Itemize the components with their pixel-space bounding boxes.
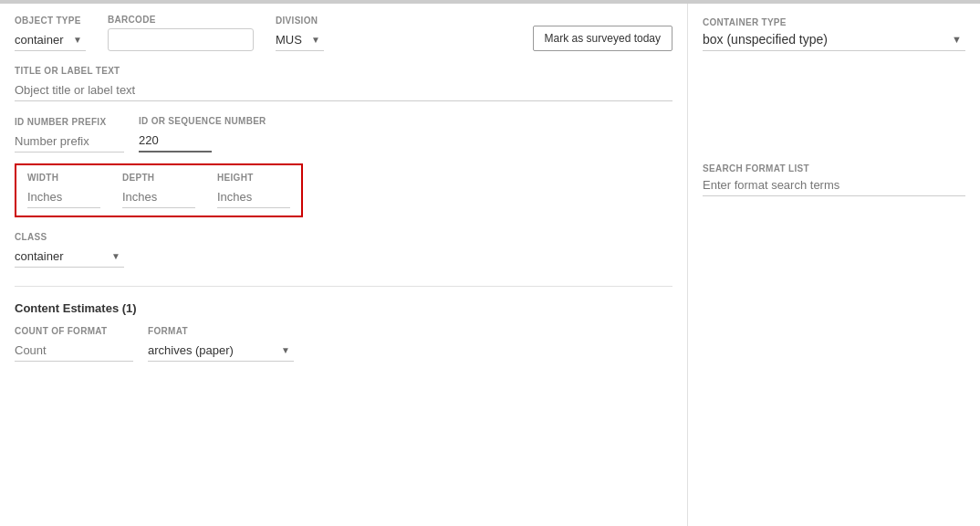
class-chevron-icon: ▼: [111, 251, 120, 261]
format-label: FORMAT: [148, 326, 294, 336]
format-select[interactable]: archives (paper) photographs digital fil…: [148, 340, 294, 361]
width-input[interactable]: [27, 186, 100, 208]
id-sequence-input[interactable]: [139, 130, 212, 153]
division-select[interactable]: MUS ARC LIB: [276, 29, 324, 50]
search-format-input[interactable]: [703, 174, 965, 196]
depth-label: DEPTH: [122, 173, 195, 183]
count-of-format-label: COUNT OF FORMAT: [15, 326, 133, 336]
barcode-input[interactable]: [108, 28, 254, 51]
object-type-select-wrapper: container item folder box ▼: [15, 29, 86, 51]
division-label: DIVISION: [276, 16, 324, 26]
class-select[interactable]: container item folder: [15, 246, 86, 267]
search-format-label: SEARCH FORMAT LIST: [703, 163, 809, 174]
title-input[interactable]: [15, 79, 672, 101]
height-label: HEIGHT: [217, 173, 290, 183]
class-label: CLASS: [15, 232, 672, 242]
height-input[interactable]: [217, 186, 290, 208]
format-select-wrapper: archives (paper) photographs digital fil…: [148, 340, 294, 362]
division-select-wrapper: MUS ARC LIB ▼: [276, 29, 324, 51]
width-label: WIDTH: [27, 173, 100, 183]
title-label: TITLE OR LABEL TEXT: [15, 66, 672, 76]
id-sequence-label: ID OR SEQUENCE NUMBER: [139, 116, 266, 126]
dimensions-section: WIDTH DEPTH HEIGHT: [15, 163, 303, 217]
class-select-wrapper: container item folder ▼: [15, 246, 124, 268]
depth-input[interactable]: [122, 186, 195, 208]
count-input[interactable]: [15, 340, 133, 362]
container-type-select-wrapper: box (unspecified type) folder envelope t…: [703, 28, 965, 51]
content-estimates-title: Content Estimates (1): [15, 301, 672, 315]
id-prefix-input[interactable]: [15, 131, 124, 153]
object-type-select[interactable]: container item folder box: [15, 29, 86, 50]
container-type-select[interactable]: box (unspecified type) folder envelope t…: [703, 28, 965, 50]
mark-surveyed-button[interactable]: Mark as surveyed today: [533, 26, 672, 51]
barcode-label: BARCODE: [108, 15, 254, 25]
object-type-label: OBJECT TYPE: [15, 16, 86, 26]
container-type-label: CONTAINER TYPE: [703, 17, 787, 27]
id-prefix-label: ID NUMBER PREFIX: [15, 117, 124, 127]
